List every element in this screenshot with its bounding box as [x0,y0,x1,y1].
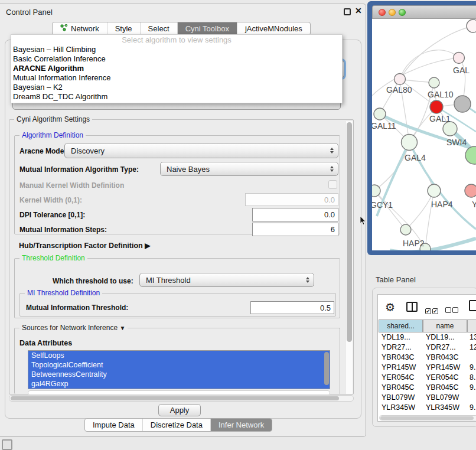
cell-shared: YIL052C [382,413,410,415]
node-label: SWI4 [446,138,467,147]
dpi-tolerance-label: DPI Tolerance [0,1]: [19,211,85,219]
minimize-traffic-light[interactable] [389,9,396,16]
deselect-all-checkboxes-icon[interactable] [445,305,458,315]
node-gcy1[interactable] [372,185,380,197]
table-row[interactable]: YBL079W YBL079W [379,393,476,403]
combo-arrows-icon [330,148,334,154]
tab-infer-network-label: Infer Network [219,420,264,429]
settings-scrollbar-thumb[interactable] [347,122,352,342]
list-hscrollbar[interactable] [28,390,330,395]
dropdown-item[interactable]: Mutual Information Inference [11,73,342,83]
dropdown-item[interactable]: Basic Correlation Inference [11,54,342,64]
tab-jactivemnodules[interactable]: jActiveMNodules [237,22,310,35]
tab-cyni-toolbox[interactable]: Cyni Toolbox [178,22,237,35]
manual-kernel-checkbox[interactable] [328,180,337,189]
node-gal11[interactable] [374,108,386,120]
select-all-checkboxes-icon[interactable]: ✓✓ [425,305,438,315]
node-hap2[interactable] [400,224,411,235]
table-panel-title: Table Panel [376,275,416,284]
settings-hscrollbar[interactable] [9,395,354,402]
zoom-traffic-light[interactable] [399,9,406,16]
settings-hscrollbar-thumb[interactable] [11,396,339,400]
node-hub-gray[interactable] [454,96,471,112]
mi-type-combo[interactable]: Naive Bayes [160,162,338,176]
close-traffic-light[interactable] [379,9,386,16]
mi-threshold-field[interactable]: 0.5 [250,301,334,314]
kernel-width-value: 0.0 [324,195,335,204]
list-scrollbar[interactable] [323,351,330,389]
node-gal1-selected[interactable] [430,100,443,113]
table-row[interactable]: YDR27... YDR27... 12 [379,343,476,353]
data-attributes-list: SelfLoops TopologicalCoefficient Between… [28,350,330,389]
hub-definition-toggle[interactable]: Hub/Transcription Factor Definition ▶ [19,242,150,250]
column-header-shared[interactable]: shared... [379,319,423,332]
dropdown-item[interactable]: Bayesian – Hill Climbing [11,45,342,54]
network-view-window[interactable]: GAL GAL80 GAL10 GAL1 GAL11 SWI4 GAL4 GCY… [367,1,476,255]
mi-steps-value: 6 [331,225,335,234]
kernel-width-field[interactable]: 0.0 [245,193,338,206]
window-title: Control Panel [6,8,53,17]
which-threshold-combo[interactable]: MI Threshold [139,273,314,287]
aracne-mode-combo[interactable]: Discovery [64,143,338,158]
node-salmon[interactable] [465,184,476,197]
node-partial-top[interactable] [467,19,476,32]
list-item[interactable]: gal4RGexp [28,379,330,389]
close-icon[interactable]: ✕ [355,6,362,15]
network-canvas[interactable]: GAL GAL80 GAL10 GAL1 GAL11 SWI4 GAL4 GCY… [372,19,476,250]
dpi-tolerance-field[interactable]: 0.0 [252,208,338,221]
cell-name: YPR145W [426,363,460,371]
tab-style[interactable]: Style [107,22,141,35]
node-label: HAP2 [403,239,425,248]
aracne-mode-value: Discovery [71,146,105,155]
list-item[interactable]: BetweennessCentrality [28,370,330,379]
sources-group-title[interactable]: Sources for Network Inference ▼ [19,324,128,332]
table-row[interactable]: YER054C YER054C 8. [379,373,476,383]
mi-steps-field[interactable]: 6 [252,223,338,236]
dropdown-item-selected[interactable]: ARACNE Algorithm [11,64,342,73]
tab-network[interactable]: Network [53,22,107,35]
kernel-width-label: Kernel Width (0,1): [19,196,82,204]
list-item[interactable]: SelfLoops [28,351,330,360]
apply-button[interactable]: Apply [158,404,201,416]
dropdown-item[interactable]: Bayesian – K2 [11,83,342,92]
node-swi4[interactable] [443,122,457,136]
mouse-cursor [360,216,367,226]
table-row[interactable]: YLR345W YLR345W 9. [379,403,476,413]
network-window-titlebar[interactable] [372,5,476,19]
mi-steps-label: Mutual Information Steps: [19,226,107,234]
table-row[interactable]: YDL19... YDL19... 13 [379,333,476,343]
gear-icon[interactable]: ⚙ [385,301,395,314]
list-scrollbar-thumb[interactable] [324,352,329,385]
table-hscrollbar-thumb[interactable] [380,416,474,420]
column-header-name[interactable]: name [423,319,467,332]
cell-shared: YBL079W [382,393,415,402]
dock-panel-icon[interactable] [2,439,12,450]
settings-scrollbar[interactable] [345,121,353,394]
columns-icon[interactable] [406,302,418,312]
threshold-definition-title: Threshold Definition [19,254,87,262]
tab-select[interactable]: Select [141,22,178,35]
column-header-partial[interactable] [467,319,476,332]
list-item[interactable]: TopologicalCoefficient [28,360,330,370]
cell-value: 13 [470,333,476,341]
table-hscrollbar[interactable] [379,415,476,420]
export-table-icon[interactable] [469,300,476,311]
table-row[interactable]: YBR045C YBR045C 9. [379,383,476,393]
node-hap4[interactable] [428,184,441,197]
tab-infer-network[interactable]: Infer Network [211,419,272,431]
tab-discretize-data[interactable]: Discretize Data [143,419,211,431]
float-window-icon[interactable] [344,8,351,15]
table-row[interactable]: YBR043C YBR043C [379,353,476,363]
node-bright-green[interactable] [465,146,476,164]
dropdown-item[interactable]: Dream8 DC_TDC Algorithm [11,92,342,102]
node-gal-top[interactable] [454,53,465,64]
node-gal10[interactable] [429,77,439,88]
column-header-shared-label: shared... [387,322,415,330]
table-row[interactable]: YPR145W YPR145W 9. [379,363,476,373]
tab-select-label: Select [148,24,169,33]
which-threshold-value: MI Threshold [146,276,191,285]
node-gal80[interactable] [395,74,406,85]
tab-impute-data[interactable]: Impute Data [85,419,143,431]
node-gal4[interactable] [402,135,418,151]
table-row[interactable]: YIL052C YIL052C 9 [379,413,476,415]
